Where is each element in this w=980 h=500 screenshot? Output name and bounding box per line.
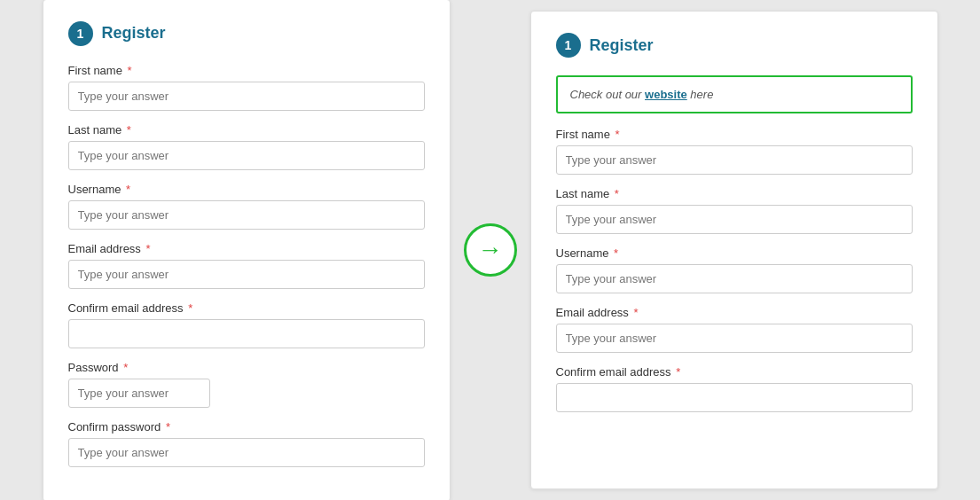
required-star: *: [145, 242, 150, 255]
right-input-confirm-email[interactable]: [556, 383, 913, 412]
left-label-last-name: Last name *: [68, 123, 425, 137]
right-field-last-name: Last name *: [556, 187, 913, 234]
right-field-email: Email address *: [556, 306, 913, 353]
left-input-confirm-password[interactable]: [68, 438, 425, 467]
required-star: *: [188, 301, 192, 315]
right-panel-header: 1 Register: [556, 33, 913, 58]
left-field-last-name: Last name *: [68, 123, 425, 170]
website-link[interactable]: website: [645, 88, 687, 101]
banner-prefix: Check out our: [570, 88, 646, 101]
left-input-confirm-email[interactable]: [68, 319, 425, 348]
right-label-confirm-email: Confirm email address *: [556, 365, 913, 379]
left-input-password[interactable]: [68, 379, 210, 408]
right-input-email[interactable]: [556, 324, 913, 353]
left-field-confirm-password: Confirm password *: [68, 420, 425, 467]
required-star: *: [128, 64, 132, 77]
left-label-first-name: First name *: [68, 64, 425, 77]
required-star: *: [615, 187, 619, 200]
left-label-email: Email address *: [68, 242, 425, 255]
arrow-circle: →: [464, 223, 517, 277]
required-star: *: [633, 306, 638, 319]
left-label-username: Username *: [68, 183, 425, 196]
left-field-password: Password *: [68, 361, 425, 408]
left-input-username[interactable]: [68, 200, 425, 230]
left-input-last-name[interactable]: [68, 141, 425, 170]
left-field-username: Username *: [68, 183, 425, 230]
left-field-confirm-email: Confirm email address *: [68, 301, 425, 348]
right-step-badge: 1: [556, 33, 581, 58]
right-input-last-name[interactable]: [556, 205, 913, 234]
website-banner: Check out our website here: [556, 75, 913, 113]
right-field-confirm-email: Confirm email address *: [556, 365, 913, 412]
right-input-first-name[interactable]: [556, 145, 913, 175]
left-input-first-name[interactable]: [68, 82, 425, 111]
required-star: *: [166, 420, 170, 434]
right-label-first-name: First name *: [556, 128, 913, 141]
left-panel: 1 Register First name * Last name * User…: [43, 0, 451, 500]
required-star: *: [614, 246, 618, 260]
right-label-email: Email address *: [556, 306, 913, 319]
required-star: *: [127, 123, 131, 137]
right-field-username: Username *: [556, 246, 913, 293]
banner-suffix: here: [687, 88, 714, 101]
required-star: *: [123, 361, 128, 374]
left-label-password: Password *: [68, 361, 425, 374]
left-field-email: Email address *: [68, 242, 425, 289]
right-label-last-name: Last name *: [556, 187, 913, 200]
left-label-confirm-email: Confirm email address *: [68, 301, 425, 315]
main-container: 1 Register First name * Last name * User…: [0, 0, 980, 500]
right-panel-title: Register: [590, 36, 654, 55]
left-step-badge: 1: [68, 21, 93, 46]
left-panel-title: Register: [102, 24, 166, 43]
arrow-container: →: [451, 223, 530, 277]
required-star: *: [676, 365, 680, 379]
right-field-first-name: First name *: [556, 128, 913, 175]
required-star: *: [615, 128, 620, 141]
right-input-username[interactable]: [556, 264, 913, 293]
left-input-email[interactable]: [68, 260, 425, 289]
right-panel: 1 Register Check out our website here Fi…: [530, 11, 938, 489]
left-label-confirm-password: Confirm password *: [68, 420, 425, 434]
arrow-icon: →: [478, 236, 503, 264]
left-field-first-name: First name *: [68, 64, 425, 111]
right-label-username: Username *: [556, 246, 913, 260]
required-star: *: [126, 183, 130, 196]
left-panel-header: 1 Register: [68, 21, 425, 46]
